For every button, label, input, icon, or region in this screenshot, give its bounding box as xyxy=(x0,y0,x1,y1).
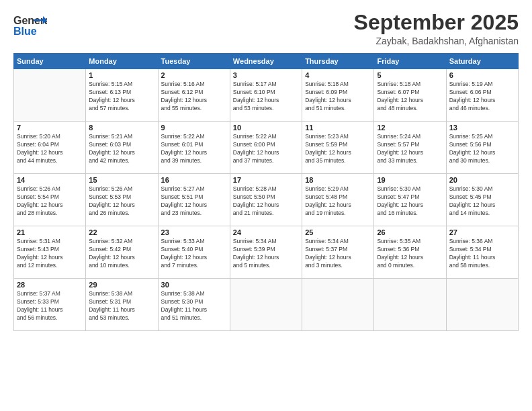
day-info: Sunrise: 5:34 AM Sunset: 5:37 PM Dayligh… xyxy=(305,238,371,270)
day-info: Sunrise: 5:32 AM Sunset: 5:42 PM Dayligh… xyxy=(89,238,154,270)
calendar-cell xyxy=(446,279,518,331)
day-number: 5 xyxy=(377,71,443,79)
week-row-4: 21Sunrise: 5:31 AM Sunset: 5:43 PM Dayli… xyxy=(14,226,519,279)
day-number: 9 xyxy=(161,124,227,132)
day-number: 15 xyxy=(89,176,154,184)
day-number: 21 xyxy=(17,228,83,236)
week-row-5: 28Sunrise: 5:37 AM Sunset: 5:33 PM Dayli… xyxy=(14,279,519,331)
weekday-header-row: SundayMondayTuesdayWednesdayThursdayFrid… xyxy=(14,54,519,69)
week-row-2: 7Sunrise: 5:20 AM Sunset: 6:04 PM Daylig… xyxy=(14,122,519,174)
calendar-cell: 30Sunrise: 5:38 AM Sunset: 5:30 PM Dayli… xyxy=(158,279,230,331)
calendar-cell: 7Sunrise: 5:20 AM Sunset: 6:04 PM Daylig… xyxy=(14,122,86,174)
svg-text:Blue: Blue xyxy=(13,26,37,37)
day-info: Sunrise: 5:22 AM Sunset: 6:01 PM Dayligh… xyxy=(161,133,227,165)
weekday-header-saturday: Saturday xyxy=(446,54,518,69)
calendar-cell: 9Sunrise: 5:22 AM Sunset: 6:01 PM Daylig… xyxy=(158,122,230,174)
day-number: 4 xyxy=(305,71,371,79)
day-info: Sunrise: 5:20 AM Sunset: 6:04 PM Dayligh… xyxy=(17,133,83,165)
calendar-cell: 15Sunrise: 5:26 AM Sunset: 5:53 PM Dayli… xyxy=(86,174,158,226)
day-info: Sunrise: 5:17 AM Sunset: 6:10 PM Dayligh… xyxy=(233,81,299,113)
day-info: Sunrise: 5:38 AM Sunset: 5:30 PM Dayligh… xyxy=(161,290,227,322)
day-number: 14 xyxy=(17,176,83,184)
calendar-cell: 8Sunrise: 5:21 AM Sunset: 6:03 PM Daylig… xyxy=(86,122,158,174)
day-info: Sunrise: 5:26 AM Sunset: 5:53 PM Dayligh… xyxy=(89,185,154,218)
day-number: 18 xyxy=(305,176,371,184)
day-info: Sunrise: 5:18 AM Sunset: 6:07 PM Dayligh… xyxy=(377,81,443,113)
day-info: Sunrise: 5:35 AM Sunset: 5:36 PM Dayligh… xyxy=(377,238,443,270)
weekday-header-wednesday: Wednesday xyxy=(230,54,302,69)
day-number: 25 xyxy=(305,228,371,236)
day-number: 16 xyxy=(161,176,227,184)
day-number: 1 xyxy=(89,71,154,79)
day-number: 23 xyxy=(161,228,227,236)
calendar-cell: 27Sunrise: 5:36 AM Sunset: 5:34 PM Dayli… xyxy=(446,226,518,279)
day-info: Sunrise: 5:23 AM Sunset: 5:59 PM Dayligh… xyxy=(305,133,371,165)
day-info: Sunrise: 5:33 AM Sunset: 5:40 PM Dayligh… xyxy=(161,238,227,270)
calendar-cell: 5Sunrise: 5:18 AM Sunset: 6:07 PM Daylig… xyxy=(374,69,446,122)
calendar-cell xyxy=(14,69,86,122)
calendar-cell: 19Sunrise: 5:30 AM Sunset: 5:47 PM Dayli… xyxy=(374,174,446,226)
logo: General Blue xyxy=(13,11,47,38)
day-info: Sunrise: 5:16 AM Sunset: 6:12 PM Dayligh… xyxy=(161,81,227,113)
calendar-cell: 17Sunrise: 5:28 AM Sunset: 5:50 PM Dayli… xyxy=(230,174,302,226)
day-number: 28 xyxy=(17,281,83,289)
calendar-cell: 18Sunrise: 5:29 AM Sunset: 5:48 PM Dayli… xyxy=(302,174,374,226)
calendar-cell xyxy=(374,279,446,331)
day-number: 24 xyxy=(233,228,299,236)
calendar-cell: 28Sunrise: 5:37 AM Sunset: 5:33 PM Dayli… xyxy=(14,279,86,331)
calendar-cell xyxy=(302,279,374,331)
calendar-cell: 3Sunrise: 5:17 AM Sunset: 6:10 PM Daylig… xyxy=(230,69,302,122)
day-number: 30 xyxy=(161,281,227,289)
weekday-header-thursday: Thursday xyxy=(302,54,374,69)
calendar-cell: 23Sunrise: 5:33 AM Sunset: 5:40 PM Dayli… xyxy=(158,226,230,279)
calendar-cell: 4Sunrise: 5:18 AM Sunset: 6:09 PM Daylig… xyxy=(302,69,374,122)
day-info: Sunrise: 5:30 AM Sunset: 5:47 PM Dayligh… xyxy=(377,185,443,218)
day-info: Sunrise: 5:24 AM Sunset: 5:57 PM Dayligh… xyxy=(377,133,443,165)
day-number: 11 xyxy=(305,124,371,132)
calendar-cell: 2Sunrise: 5:16 AM Sunset: 6:12 PM Daylig… xyxy=(158,69,230,122)
calendar-cell: 10Sunrise: 5:22 AM Sunset: 6:00 PM Dayli… xyxy=(230,122,302,174)
calendar-cell xyxy=(230,279,302,331)
calendar-cell: 21Sunrise: 5:31 AM Sunset: 5:43 PM Dayli… xyxy=(14,226,86,279)
weekday-header-sunday: Sunday xyxy=(14,54,86,69)
day-number: 12 xyxy=(377,124,443,132)
day-number: 6 xyxy=(449,71,515,79)
day-number: 3 xyxy=(233,71,299,79)
calendar-cell: 22Sunrise: 5:32 AM Sunset: 5:42 PM Dayli… xyxy=(86,226,158,279)
day-info: Sunrise: 5:27 AM Sunset: 5:51 PM Dayligh… xyxy=(161,185,227,218)
logo-icon: General Blue xyxy=(13,11,47,38)
day-number: 8 xyxy=(89,124,154,132)
day-info: Sunrise: 5:19 AM Sunset: 6:06 PM Dayligh… xyxy=(449,81,515,113)
day-number: 7 xyxy=(17,124,83,132)
week-row-3: 14Sunrise: 5:26 AM Sunset: 5:54 PM Dayli… xyxy=(14,174,519,226)
calendar-cell: 14Sunrise: 5:26 AM Sunset: 5:54 PM Dayli… xyxy=(14,174,86,226)
day-number: 2 xyxy=(161,71,227,79)
calendar: SundayMondayTuesdayWednesdayThursdayFrid… xyxy=(13,53,519,331)
day-number: 10 xyxy=(233,124,299,132)
calendar-cell: 6Sunrise: 5:19 AM Sunset: 6:06 PM Daylig… xyxy=(446,69,518,122)
calendar-cell: 20Sunrise: 5:30 AM Sunset: 5:45 PM Dayli… xyxy=(446,174,518,226)
day-info: Sunrise: 5:38 AM Sunset: 5:31 PM Dayligh… xyxy=(89,290,154,322)
day-info: Sunrise: 5:37 AM Sunset: 5:33 PM Dayligh… xyxy=(17,290,83,322)
day-number: 17 xyxy=(233,176,299,184)
calendar-cell: 29Sunrise: 5:38 AM Sunset: 5:31 PM Dayli… xyxy=(86,279,158,331)
day-info: Sunrise: 5:34 AM Sunset: 5:39 PM Dayligh… xyxy=(233,238,299,270)
weekday-header-tuesday: Tuesday xyxy=(158,54,230,69)
day-info: Sunrise: 5:25 AM Sunset: 5:56 PM Dayligh… xyxy=(449,133,515,165)
day-info: Sunrise: 5:30 AM Sunset: 5:45 PM Dayligh… xyxy=(449,185,515,218)
calendar-cell: 24Sunrise: 5:34 AM Sunset: 5:39 PM Dayli… xyxy=(230,226,302,279)
header: General Blue September 2025 Zaybak, Bada… xyxy=(13,11,519,46)
day-info: Sunrise: 5:26 AM Sunset: 5:54 PM Dayligh… xyxy=(17,185,83,218)
day-info: Sunrise: 5:18 AM Sunset: 6:09 PM Dayligh… xyxy=(305,81,371,113)
day-info: Sunrise: 5:22 AM Sunset: 6:00 PM Dayligh… xyxy=(233,133,299,165)
week-row-1: 1Sunrise: 5:15 AM Sunset: 6:13 PM Daylig… xyxy=(14,69,519,122)
day-info: Sunrise: 5:15 AM Sunset: 6:13 PM Dayligh… xyxy=(89,81,154,113)
day-number: 26 xyxy=(377,228,443,236)
weekday-header-friday: Friday xyxy=(374,54,446,69)
day-number: 27 xyxy=(449,228,515,236)
day-info: Sunrise: 5:29 AM Sunset: 5:48 PM Dayligh… xyxy=(305,185,371,218)
weekday-header-monday: Monday xyxy=(86,54,158,69)
calendar-cell: 26Sunrise: 5:35 AM Sunset: 5:36 PM Dayli… xyxy=(374,226,446,279)
page: General Blue September 2025 Zaybak, Bada… xyxy=(0,0,532,411)
day-number: 20 xyxy=(449,176,515,184)
